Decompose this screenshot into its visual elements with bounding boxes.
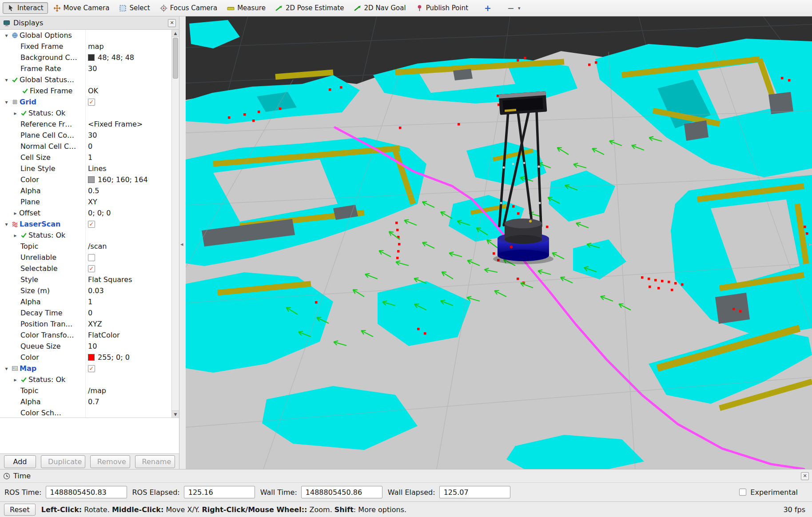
add-button[interactable]: Add [4, 455, 36, 468]
property-value[interactable] [86, 254, 171, 261]
ros-time-input[interactable]: 1488805450.83 [46, 486, 127, 498]
scrollbar-thumb[interactable] [173, 38, 178, 79]
tree-row-global-options[interactable]: ▾Global Options [0, 30, 171, 41]
scroll-down-button[interactable]: ▼ [172, 410, 179, 418]
property-value[interactable]: ✓ [86, 365, 171, 372]
property-value[interactable]: 0 [86, 309, 171, 317]
right-splitter-icon[interactable]: ▸ [808, 241, 812, 247]
tree-row-alpha[interactable]: Alpha0.7 [0, 396, 171, 407]
tree-row-topic[interactable]: Topic/scan [0, 241, 171, 252]
expander-expanded-icon[interactable]: ▾ [3, 32, 10, 39]
experimental-checkbox[interactable] [739, 489, 746, 496]
tree-row-cell-size[interactable]: Cell Size1 [0, 152, 171, 163]
tool-button-select[interactable]: Select [115, 2, 154, 14]
tool-button-2d-pose-estimate[interactable]: 2D Pose Estimate [271, 2, 349, 14]
expander-expanded-icon[interactable]: ▾ [3, 99, 10, 105]
tool-button-interact[interactable]: Interact [3, 2, 48, 14]
tree-row-color[interactable]: Color160; 160; 164 [0, 174, 171, 185]
tree-row-decay-time[interactable]: Decay Time0 [0, 307, 171, 318]
displays-scrollbar[interactable]: ▲ ▼ [171, 30, 179, 418]
property-value[interactable]: /scan [86, 242, 171, 251]
tree-row-status-ok[interactable]: ▸Status: Ok [0, 374, 171, 385]
checkbox-checked[interactable]: ✓ [88, 265, 95, 272]
property-value[interactable]: map [86, 42, 171, 51]
expander-expanded-icon[interactable]: ▾ [3, 221, 10, 227]
property-value[interactable]: FlatColor [86, 331, 171, 339]
property-value[interactable]: 30 [86, 131, 171, 139]
property-value[interactable]: ✓ [86, 99, 171, 106]
property-value[interactable]: 0.03 [86, 286, 171, 295]
property-value[interactable]: 1 [86, 298, 171, 306]
tree-row-alpha[interactable]: Alpha1 [0, 296, 171, 307]
property-value[interactable]: 0.7 [86, 398, 171, 406]
tree-row-position-tran[interactable]: Position Tran…XYZ [0, 318, 171, 330]
property-value[interactable]: Lines [86, 164, 171, 173]
time-close-button[interactable]: ✕ [801, 472, 809, 480]
tree-row-map[interactable]: ▾Map✓ [0, 363, 171, 374]
tree-row-selectable[interactable]: Selectable✓ [0, 263, 171, 274]
tree-row-style[interactable]: StyleFlat Squares [0, 274, 171, 285]
tool-button-publish-point[interactable]: Publish Point [411, 2, 473, 14]
add-tool-button[interactable]: + [480, 1, 496, 15]
reset-button[interactable]: Reset [4, 504, 36, 516]
tree-row-laserscan[interactable]: ▾LaserScan✓ [0, 219, 171, 230]
remove-button[interactable]: Remove [90, 455, 130, 468]
render-view[interactable]: ▸ [186, 16, 812, 469]
property-value[interactable]: <Fixed Frame> [86, 120, 171, 128]
panel-splitter[interactable]: ◂ [179, 16, 186, 469]
rename-button[interactable]: Rename [135, 455, 175, 468]
tree-row-plane[interactable]: PlaneXY [0, 196, 171, 207]
tree-row-color-transfo[interactable]: Color Transfo…FlatColor [0, 330, 171, 341]
checkbox-checked[interactable]: ✓ [88, 365, 95, 372]
property-value[interactable]: XY [86, 198, 171, 206]
property-value[interactable]: Flat Squares [86, 275, 171, 284]
tree-row-background-c[interactable]: Background C…48; 48; 48 [0, 52, 171, 63]
tool-button-focus-camera[interactable]: Focus Camera [155, 2, 222, 14]
expander-expanded-icon[interactable]: ▾ [3, 366, 10, 372]
property-value[interactable]: 30 [86, 64, 171, 73]
time-panel-header[interactable]: Time ✕ [0, 469, 812, 483]
property-value[interactable]: 10 [86, 342, 171, 350]
expander-expanded-icon[interactable]: ▾ [3, 77, 10, 83]
tree-row-line-style[interactable]: Line StyleLines [0, 163, 171, 174]
tree-row-fixed-frame[interactable]: Fixed FrameOK [0, 85, 171, 96]
tree-row-unreliable[interactable]: Unreliable [0, 252, 171, 263]
duplicate-button[interactable]: Duplicate [41, 455, 85, 468]
scroll-up-button[interactable]: ▲ [172, 30, 179, 37]
tree-row-frame-rate[interactable]: Frame Rate30 [0, 63, 171, 74]
tool-button-measure[interactable]: Measure [223, 2, 270, 14]
property-value[interactable]: OK [86, 87, 171, 95]
property-value[interactable]: 0.5 [86, 187, 171, 195]
remove-tool-button[interactable]: − ▾ [503, 1, 525, 15]
tree-row-offset[interactable]: ▸Offset0; 0; 0 [0, 207, 171, 219]
ros-elapsed-input[interactable]: 125.16 [184, 486, 255, 498]
wall-elapsed-input[interactable]: 125.07 [439, 486, 510, 498]
checkbox-checked[interactable]: ✓ [88, 99, 95, 106]
tree-row-size-m[interactable]: Size (m)0.03 [0, 285, 171, 296]
displays-close-button[interactable]: ✕ [168, 19, 176, 27]
tree-row-topic[interactable]: Topic/map [0, 385, 171, 396]
tree-row-alpha[interactable]: Alpha0.5 [0, 185, 171, 196]
tree-row-color-sch[interactable]: Color Sch… [0, 407, 171, 418]
tree-row-color[interactable]: Color255; 0; 0 [0, 352, 171, 363]
property-value[interactable]: ✓ [86, 265, 171, 272]
property-value[interactable]: 48; 48; 48 [86, 53, 171, 62]
tree-row-normal-cell-c[interactable]: Normal Cell C…0 [0, 141, 171, 152]
wall-time-input[interactable]: 1488805450.86 [301, 486, 382, 498]
tool-button-2d-nav-goal[interactable]: 2D Nav Goal [350, 2, 410, 14]
property-value[interactable]: XYZ [86, 320, 171, 328]
property-value[interactable]: /map [86, 386, 171, 395]
property-value[interactable]: 1 [86, 153, 171, 162]
tree-row-plane-cell-co[interactable]: Plane Cell Co…30 [0, 130, 171, 141]
property-value[interactable]: 160; 160; 164 [86, 175, 171, 184]
tree-row-reference-fr[interactable]: Reference Fr…<Fixed Frame> [0, 119, 171, 130]
experimental-option[interactable]: Experimental [739, 488, 798, 497]
tree-row-status-ok[interactable]: ▸Status: Ok [0, 230, 171, 241]
property-value[interactable]: 0; 0; 0 [86, 209, 171, 217]
expander-collapsed-icon[interactable]: ▸ [12, 210, 19, 216]
checkbox-unchecked[interactable] [88, 254, 95, 261]
expander-collapsed-icon[interactable]: ▸ [12, 232, 19, 239]
tree-row-global-status[interactable]: ▾Global Status… [0, 74, 171, 85]
property-value[interactable]: 0 [86, 142, 171, 151]
tree-row-queue-size[interactable]: Queue Size10 [0, 341, 171, 352]
